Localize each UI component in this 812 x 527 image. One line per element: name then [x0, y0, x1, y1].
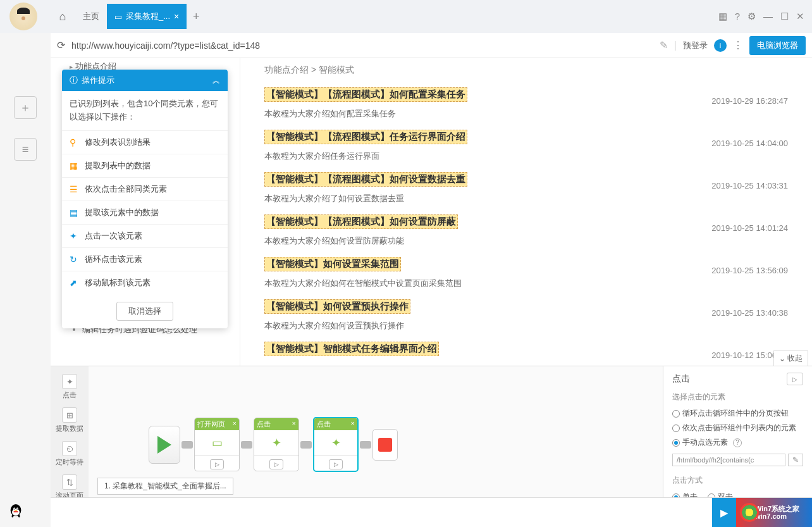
- tool-click[interactable]: ✦点击: [59, 371, 80, 402]
- tab-add-button[interactable]: +: [187, 10, 206, 23]
- tool-extract[interactable]: ⊞提取数据: [53, 405, 86, 436]
- gift-icon[interactable]: ▦: [718, 11, 727, 22]
- close-icon[interactable]: ✕: [796, 11, 804, 22]
- click-icon: ✦: [254, 430, 298, 456]
- hint-action-modify[interactable]: ⚲修改列表识别结果: [62, 130, 228, 154]
- left-rail: ＋ ≡: [0, 58, 51, 368]
- click-icon: ✦: [314, 430, 357, 456]
- article-date: 2019-10-29 16:28:47: [711, 87, 788, 106]
- hint-description: 已识别到列表，包含10个同类元素，您可以选择以下操作：: [62, 91, 228, 130]
- article-desc: 本教程为大家介绍如何设置防屏蔽功能: [264, 235, 699, 247]
- operation-hint-panel: ⓘ 操作提示 ︽ 已识别到列表，包含10个同类元素，您可以选择以下操作： ⚲修改…: [62, 70, 228, 328]
- radio-manual[interactable]: 手动点选元素?: [672, 435, 803, 450]
- hint-collapse-icon[interactable]: ︽: [212, 75, 220, 86]
- tool-wait[interactable]: ⏲定时等待: [53, 438, 86, 469]
- flow-canvas[interactable]: 打开网页× ▭ ▷ 点击× ✦ ▷ 点击× ✦ ▷ 1. 采集教程_智能模式_全…: [89, 366, 663, 497]
- settings-icon[interactable]: ⚙: [747, 11, 756, 22]
- url-bar: ⟳ ✎ | 预登录 i ⋮ 电脑浏览器: [51, 33, 812, 58]
- article-row: 【智能模式】智能模式任务编辑界面介绍 2019-10-12 15:06:24: [264, 342, 788, 360]
- cancel-selection-button[interactable]: 取消选择: [116, 302, 173, 321]
- radio-loop-page[interactable]: 循环点击循环组件中的分页按钮: [672, 406, 803, 421]
- article-title[interactable]: 【智能模式】如何设置预执行操作: [264, 299, 410, 314]
- flow-connector: [360, 441, 371, 449]
- avatar[interactable]: [9, 3, 37, 30]
- flow-node-click-2[interactable]: 点击× ✦ ▷: [313, 417, 359, 472]
- node-play-icon[interactable]: ▷: [269, 459, 283, 469]
- flow-node-click-1[interactable]: 点击× ✦ ▷: [254, 418, 299, 471]
- refresh-icon[interactable]: ⟳: [57, 39, 65, 51]
- article-title[interactable]: 【智能模式】如何设置采集范围: [264, 257, 401, 271]
- loop-icon: ↻: [70, 254, 80, 264]
- hint-action-loop-click[interactable]: ↻循环点击该元素: [62, 247, 228, 271]
- radio-icon: [672, 410, 680, 418]
- tab-page-icon: ▭: [114, 12, 122, 22]
- breadcrumb-b[interactable]: 智能模式: [319, 65, 354, 75]
- props-run-icon[interactable]: ▷: [787, 373, 803, 385]
- chevron-down-icon: ⌄: [779, 354, 785, 363]
- flow-tab[interactable]: 1. 采集教程_智能模式_全面掌握后...: [97, 478, 233, 495]
- hint-action-click-once[interactable]: ✦点击一次该元素: [62, 224, 228, 247]
- tab-close-icon[interactable]: ×: [174, 11, 179, 22]
- hint-header: ⓘ 操作提示 ︽: [62, 70, 228, 91]
- xpath-edit-icon[interactable]: ✎: [788, 454, 803, 466]
- article-title[interactable]: 【智能模式】【流程图模式】任务运行界面介绍: [264, 130, 467, 144]
- user-badge-icon[interactable]: i: [714, 39, 727, 52]
- sidebar: 功能点介绍 ⓘ 操作提示 ︽ 已识别到列表，包含10个同类元素，您可以选择以下操…: [51, 58, 240, 366]
- edit-icon[interactable]: ✎: [660, 39, 668, 51]
- article-row: 【智能模式】如何设置采集范围 本教程为大家介绍如何在智能模式中设置页面采集范围 …: [264, 257, 788, 289]
- qq-icon[interactable]: [6, 502, 25, 521]
- list-icon: ☰: [70, 184, 80, 194]
- article-title[interactable]: 【智能模式】【流程图模式】如何配置采集任务: [264, 87, 467, 102]
- prelogin-button[interactable]: 预登录: [683, 40, 708, 51]
- radio-loop-list[interactable]: 依次点击循环组件中列表内的元素: [672, 421, 803, 435]
- article-date: 2019-10-25 13:40:38: [711, 299, 788, 318]
- article-desc: 本教程为大家介绍了如何设置数据去重: [264, 193, 699, 204]
- help-icon[interactable]: ?: [733, 438, 742, 447]
- flow-start-node[interactable]: [149, 426, 180, 464]
- more-icon[interactable]: ⋮: [733, 39, 743, 51]
- home-tab[interactable]: 主页: [75, 4, 107, 29]
- run-button[interactable]: ▶: [712, 498, 736, 528]
- layers-icon[interactable]: ≡: [14, 138, 37, 161]
- browser-icon: ▭: [195, 430, 239, 456]
- flow-node-open[interactable]: 打开网页× ▭ ▷: [194, 418, 240, 471]
- article-title[interactable]: 【智能模式】智能模式任务编辑界面介绍: [264, 342, 439, 356]
- article-date: 2019-10-25 14:03:31: [711, 172, 788, 190]
- minimize-icon[interactable]: —: [763, 11, 773, 22]
- url-input[interactable]: [71, 40, 653, 51]
- article-desc: 本教程为大家介绍如何设置预执行操作: [264, 320, 699, 332]
- svg-point-5: [17, 509, 18, 510]
- hint-action-extract-element[interactable]: ▤提取该元素中的数据: [62, 201, 228, 224]
- article-title[interactable]: 【智能模式】【流程图模式】如何设置数据去重: [264, 172, 467, 187]
- flow-end-node[interactable]: [372, 429, 398, 461]
- properties-panel: 点击 ▷ 选择点击的元素 循环点击循环组件中的分页按钮 依次点击循环组件中列表内…: [663, 366, 812, 497]
- breadcrumb-a[interactable]: 功能点介绍: [264, 65, 309, 75]
- hint-action-hover[interactable]: ⬈移动鼠标到该元素: [62, 271, 228, 294]
- article-title[interactable]: 【智能模式】【流程图模式】如何设置防屏蔽: [264, 214, 458, 229]
- node-close-icon[interactable]: ×: [351, 419, 355, 429]
- content-area: 功能点介绍 > 智能模式 【智能模式】【流程图模式】如何配置采集任务 本教程为大…: [240, 58, 812, 366]
- hint-action-click-all[interactable]: ☰依次点击全部同类元素: [62, 177, 228, 201]
- click-tool-icon: ✦: [62, 374, 77, 389]
- article-row: 【智能模式】如何设置预执行操作 本教程为大家介绍如何设置预执行操作 2019-1…: [264, 299, 788, 332]
- help-icon[interactable]: ?: [735, 11, 740, 22]
- hint-action-extract-list[interactable]: ▦提取列表中的数据: [62, 154, 228, 177]
- collapse-panel-button[interactable]: ⌄ 收起: [773, 350, 808, 366]
- home-icon[interactable]: ⌂: [50, 4, 75, 29]
- node-close-icon[interactable]: ×: [292, 419, 296, 429]
- browser-button[interactable]: 电脑浏览器: [749, 36, 806, 55]
- wait-tool-icon: ⏲: [62, 441, 77, 456]
- node-play-icon[interactable]: ▷: [329, 459, 343, 469]
- props-section-1: 选择点击的元素: [672, 392, 803, 402]
- xpath-input[interactable]: [672, 454, 785, 466]
- svg-rect-7: [13, 511, 18, 512]
- node-close-icon[interactable]: ×: [233, 419, 237, 429]
- active-tab[interactable]: ▭ 采集教程_... ×: [107, 4, 187, 29]
- extract-tool-icon: ⊞: [62, 407, 77, 423]
- maximize-icon[interactable]: ☐: [780, 11, 789, 22]
- node-play-icon[interactable]: ▷: [210, 459, 224, 469]
- article-row: 【智能模式】【流程图模式】如何设置防屏蔽 本教程为大家介绍如何设置防屏蔽功能 2…: [264, 214, 788, 247]
- stop-icon: [378, 438, 392, 452]
- new-page-icon[interactable]: ＋: [14, 96, 37, 119]
- watermark-logo: Win7系统之家 win7.com: [736, 498, 812, 528]
